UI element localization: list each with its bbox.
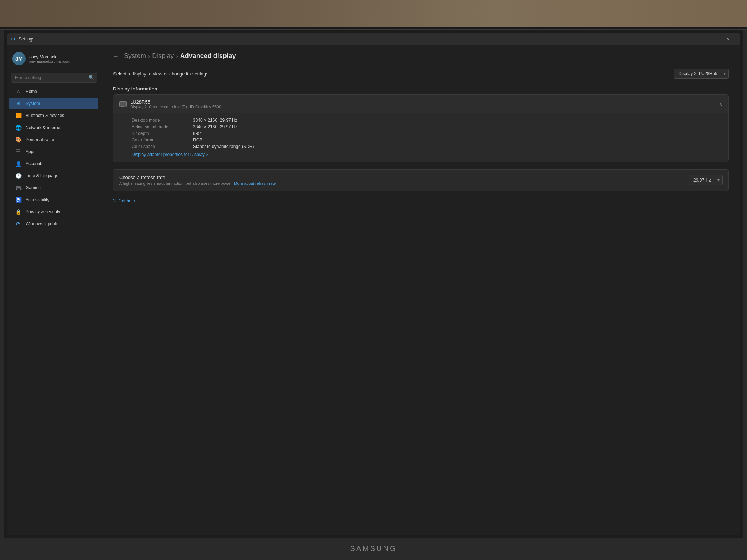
accounts-icon: 👤 [15,161,21,167]
samsung-logo: SAMSUNG [350,544,397,553]
nav-item-network[interactable]: 🌐 Network & internet [9,122,98,133]
apps-icon: ☰ [15,149,21,155]
back-button[interactable]: ← [113,53,119,59]
breadcrumb-system[interactable]: System [124,52,146,60]
breadcrumb-sep-1: › [148,53,150,59]
select-display-row: Select a display to view or change its s… [113,69,729,79]
nav-item-time[interactable]: 🕐 Time & language [9,170,98,182]
get-help-row[interactable]: ? Get help [113,198,729,203]
minimize-button[interactable]: — [683,33,700,45]
display-select[interactable]: Display 2: LU28R55 Display 1 [674,69,729,79]
refresh-rate-desc: A higher rate gives smoother motion, but… [119,181,276,186]
nav-item-windows-update[interactable]: ⟳ Windows Update [9,218,98,230]
refresh-rate-card: Choose a refresh rate A higher rate give… [113,169,729,191]
windows-update-icon: ⟳ [15,221,21,227]
nav-item-home[interactable]: ⌂ Home [9,86,98,97]
search-box[interactable]: 🔍 [11,73,97,83]
avatar: JM [12,52,26,65]
display-info-grid: Desktop mode 3840 × 2160, 29.97 Hz Activ… [113,113,728,162]
nav-label-apps: Apps [26,149,35,154]
nav-item-accounts[interactable]: 👤 Accounts [9,158,98,170]
nav-label-windows-update: Windows Update [26,221,59,226]
nav-label-time: Time & language [26,173,58,178]
accessibility-icon: ♿ [15,197,21,203]
title-bar: ⚙ Settings — □ ✕ [7,33,740,45]
svg-rect-0 [120,102,126,106]
display-information-title: Display information [113,86,729,92]
nav-label-network: Network & internet [26,125,62,130]
info-card-header: LU28R55 Display 2: Connected to Intel(R)… [113,95,728,113]
monitor-small-icon [119,101,127,107]
breadcrumb: ← System › Display › Advanced display [113,52,729,60]
nav-item-accessibility[interactable]: ♿ Accessibility [9,194,98,206]
display-info-card: LU28R55 Display 2: Connected to Intel(R)… [113,94,729,162]
nav-label-home: Home [26,89,37,94]
nav-item-bluetooth[interactable]: 📶 Bluetooth & devices [9,110,98,121]
user-profile[interactable]: JM Joey Marasek joeymarasek@gmail.com [7,48,101,71]
get-help-label: Get help [119,198,135,203]
time-icon: 🕐 [15,173,21,179]
refresh-rate-select-wrapper[interactable]: 29.97 Hz [689,175,723,185]
bluetooth-icon: 📶 [15,113,21,118]
desktop-mode-label: Desktop mode [132,118,190,123]
color-space-label: Color space [132,144,190,149]
maximize-button[interactable]: □ [701,33,718,45]
nav-item-apps[interactable]: ☰ Apps [9,146,98,158]
bit-depth-value: 8-bit [193,131,723,136]
content-area: ← System › Display › Advanced display Se… [101,45,740,535]
search-icon: 🔍 [89,75,94,80]
gaming-icon: 🎮 [15,185,21,191]
adapter-properties-link[interactable]: Display adapter properties for Display 2 [132,152,723,157]
privacy-icon: 🔒 [15,209,21,215]
nav-label-personalization: Personalization [26,137,55,142]
window-title: Settings [19,36,34,42]
breadcrumb-sep-2: › [176,53,178,59]
color-format-value: RGB [193,137,723,143]
active-signal-value: 3840 × 2160, 29.97 Hz [193,124,723,129]
search-input[interactable] [11,73,97,83]
bit-depth-label: Bit depth [132,131,190,136]
active-signal-label: Active signal mode [132,124,190,129]
breadcrumb-advanced-display: Advanced display [180,52,236,60]
nav-label-bluetooth: Bluetooth & devices [26,113,64,118]
display-name: LU28R55 [130,99,221,105]
color-space-value: Standard dynamic range (SDR) [193,144,723,149]
user-name: Joey Marasek [29,54,96,59]
nav-item-personalization[interactable]: 🎨 Personalization [9,134,98,145]
network-icon: 🌐 [15,125,21,131]
nav-item-gaming[interactable]: 🎮 Gaming [9,182,98,194]
sidebar: JM Joey Marasek joeymarasek@gmail.com 🔍 [7,45,101,535]
home-icon: ⌂ [15,89,21,94]
personalization-icon: 🎨 [15,137,21,143]
user-email: joeymarasek@gmail.com [29,59,96,63]
color-format-label: Color format [132,137,190,143]
help-icon: ? [113,198,116,203]
nav-item-privacy[interactable]: 🔒 Privacy & security [9,206,98,218]
nav-label-privacy: Privacy & security [26,209,60,214]
display-sub: Display 2: Connected to Intel(R) HD Grap… [130,105,221,109]
settings-app-icon: ⚙ [11,36,16,42]
system-icon: 🖥 [15,101,21,106]
nav-label-gaming: Gaming [26,185,41,190]
nav-label-accessibility: Accessibility [26,197,49,202]
desktop-mode-value: 3840 × 2160, 29.97 Hz [193,118,723,123]
nav-label-system: System [26,101,40,106]
nav-label-accounts: Accounts [26,161,43,166]
breadcrumb-display[interactable]: Display [152,52,174,60]
close-button[interactable]: ✕ [719,33,736,45]
select-display-label: Select a display to view or change its s… [113,71,209,77]
nav-item-system[interactable]: 🖥 System [9,98,98,109]
more-about-refresh-link[interactable]: More about refresh rate [234,181,276,186]
refresh-rate-select[interactable]: 29.97 Hz [689,175,723,185]
refresh-rate-title: Choose a refresh rate [119,175,276,180]
collapse-button[interactable]: ∧ [719,101,723,107]
display-select-wrapper[interactable]: Display 2: LU28R55 Display 1 [674,69,729,79]
